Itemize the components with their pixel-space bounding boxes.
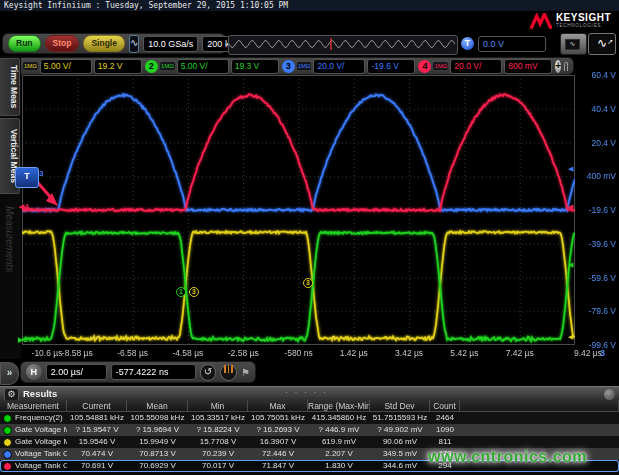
results-panel: ⚙ Results · · · · · MeasurementCurrentMe… bbox=[0, 386, 619, 475]
stop-button[interactable]: Stop bbox=[45, 35, 80, 52]
channel-4-ground-marker[interactable]: ◀4 bbox=[19, 202, 29, 211]
blank-cell bbox=[460, 460, 619, 472]
measurement-value-cell: 811 bbox=[430, 436, 460, 448]
voltage-tick-label: -79.6 V bbox=[578, 306, 616, 316]
trigger-level-readout[interactable]: 0.0 V bbox=[478, 36, 546, 52]
expand-hbar-button[interactable]: » bbox=[0, 362, 19, 385]
preview-waveform bbox=[229, 36, 455, 52]
results-rows: Frequency(2)105.54881 kHz105.55098 kHz10… bbox=[0, 412, 619, 472]
results-row[interactable]: Voltage Tank Cir70.474 V70.8713 V70.239 … bbox=[0, 448, 619, 460]
channel-2-ground-marker[interactable]: ▶2 bbox=[18, 335, 28, 344]
blank-cell bbox=[460, 424, 619, 436]
acquisition-preview-strip[interactable] bbox=[228, 35, 458, 55]
measurement-color-dot bbox=[3, 438, 12, 447]
measurement-value-cell: 72.446 V bbox=[248, 448, 308, 460]
column-header[interactable]: Max bbox=[248, 400, 308, 412]
single-button[interactable]: Single bbox=[83, 35, 125, 52]
measurement-value-cell: 105.75051 kHz bbox=[248, 412, 308, 424]
channel-4-scale[interactable]: 20.0 V/ bbox=[450, 59, 502, 74]
time-tick-label: 7.42 µs bbox=[506, 348, 534, 358]
logo-band: KEYSIGHT TECHNOLOGIES bbox=[0, 12, 619, 31]
voltage-tick-label: -19.6 V bbox=[578, 205, 616, 215]
results-grip-handle[interactable]: · · · · · bbox=[285, 387, 328, 397]
measurement-value-cell: 105.54881 kHz bbox=[67, 412, 127, 424]
channel-1-scale[interactable]: 5.00 V/ bbox=[40, 59, 92, 74]
channel-group: 1 1MΩ 5.00 V/ 19.2 V 2 1MΩ 5.00 V/ 19.3 … bbox=[2, 57, 574, 75]
horizontal-badge[interactable]: H bbox=[26, 364, 42, 380]
measurement-value-cell: 2464 bbox=[430, 412, 460, 424]
tab-time-meas[interactable]: Time Meas bbox=[0, 58, 20, 116]
measurement-value-cell: ? 15.8224 V bbox=[188, 424, 248, 436]
horizontal-control-group: H 2.00 µs/ -577.4222 ns ↺ ⚑ bbox=[20, 361, 256, 383]
results-menu-button[interactable] bbox=[604, 389, 615, 400]
column-header[interactable]: Measurement bbox=[0, 400, 67, 412]
oscilloscope-screen: Keysight Infiniium : Tuesday, September … bbox=[0, 0, 619, 475]
measurement-name-cell: Gate Voltage MC bbox=[0, 436, 67, 448]
column-header[interactable] bbox=[460, 400, 619, 412]
time-tick-label: 3.42 µs bbox=[395, 348, 423, 358]
measurement-value-cell: 105.33517 kHz bbox=[188, 412, 248, 424]
channel-2-scale[interactable]: 5.00 V/ bbox=[177, 59, 229, 74]
measurement-value-cell: 344.6 mV bbox=[370, 460, 430, 472]
waveform-mode-icon[interactable]: ∿ bbox=[129, 35, 139, 53]
timebase-readout[interactable]: 2.00 µs/ bbox=[46, 364, 107, 380]
results-row[interactable]: Voltage Tank Cir70.691 V70.6929 V70.017 … bbox=[0, 460, 619, 472]
flag-icon[interactable]: ⚑ bbox=[241, 367, 250, 378]
results-row[interactable]: Gate Voltage MC15.9546 V15.9949 V15.7708… bbox=[0, 436, 619, 448]
trigger-marker[interactable]: T bbox=[15, 167, 39, 188]
results-title: Results bbox=[23, 388, 57, 399]
mini-screen-icon: ∿ bbox=[565, 39, 580, 50]
measurement-name: Voltage Tank Cir bbox=[15, 460, 67, 472]
channel-bar: 1 1MΩ 5.00 V/ 19.2 V 2 1MΩ 5.00 V/ 19.3 … bbox=[0, 56, 619, 76]
channel-2-impedance: 1MΩ bbox=[160, 62, 175, 70]
run-button[interactable]: Run bbox=[8, 35, 41, 52]
markers-icon[interactable] bbox=[220, 364, 237, 381]
measurement-value-cell: 71.847 V bbox=[248, 460, 308, 472]
autoscale-button[interactable]: ∿↗ bbox=[588, 33, 616, 55]
waveform-display[interactable] bbox=[22, 75, 575, 345]
column-header[interactable]: Count bbox=[430, 400, 460, 412]
window-title-bar: Keysight Infiniium : Tuesday, September … bbox=[0, 0, 619, 12]
measurement-name-cell: Voltage Tank Cir bbox=[0, 460, 67, 472]
channel-4-button[interactable]: 4 bbox=[418, 60, 431, 73]
measurement-value-cell: 479 bbox=[430, 448, 460, 460]
measurement-value-cell: 1090 bbox=[430, 424, 460, 436]
channel-3-button[interactable]: 3 bbox=[282, 60, 295, 73]
column-header[interactable]: Mean bbox=[127, 400, 188, 412]
add-channel-button[interactable]: + bbox=[555, 60, 561, 73]
results-row[interactable]: Frequency(2)105.54881 kHz105.55098 kHz10… bbox=[0, 412, 619, 424]
results-row[interactable]: Gate Voltage MC? 15.9547 V? 15.9694 V? 1… bbox=[0, 424, 619, 436]
time-tick-label: -4.58 µs bbox=[172, 348, 203, 358]
channel-2-offset[interactable]: 19.3 V bbox=[231, 59, 279, 74]
channel-1-cell: 1 1MΩ 5.00 V/ 19.2 V bbox=[8, 59, 142, 74]
time-tick-label: -2.58 µs bbox=[228, 348, 259, 358]
channel-4-offset[interactable]: 800 mV bbox=[504, 59, 552, 74]
horizontal-bar: » H 2.00 µs/ -577.4222 ns ↺ ⚑ bbox=[0, 359, 619, 386]
results-column-headers: MeasurementCurrentMeanMinMaxRange (Max-M… bbox=[0, 400, 619, 412]
channel-3-scale[interactable]: 20.0 V/ bbox=[313, 59, 365, 74]
measurement-name-cell: Frequency(2) bbox=[0, 412, 67, 424]
measurement-color-dot bbox=[3, 414, 12, 423]
column-header[interactable]: Current bbox=[67, 400, 127, 412]
voltage-tick-label: -59.6 V bbox=[578, 273, 616, 283]
column-header[interactable]: Std Dev bbox=[370, 400, 430, 412]
trigger-badge[interactable]: T bbox=[461, 37, 474, 50]
column-header[interactable]: Range (Max-Min) bbox=[308, 400, 370, 412]
column-header[interactable]: Min bbox=[188, 400, 248, 412]
measurement-value-cell: 70.691 V bbox=[67, 460, 127, 472]
measurement-value-cell: 70.474 V bbox=[67, 448, 127, 460]
display-settings-button[interactable]: ∿ bbox=[560, 33, 587, 55]
time-axis-channel-index: 3 bbox=[600, 348, 605, 358]
horizontal-position-readout[interactable]: -577.4222 ns bbox=[111, 364, 196, 380]
probe-icon[interactable] bbox=[564, 62, 568, 71]
measurement-value-cell: ? 16.2693 V bbox=[248, 424, 308, 436]
channel-1-offset[interactable]: 19.2 V bbox=[94, 59, 142, 74]
horizontal-reset-icon[interactable]: ↺ bbox=[200, 364, 217, 381]
left-sidebar: Time Meas Vertical Meas Measurements bbox=[0, 56, 21, 361]
blank-cell bbox=[460, 412, 619, 424]
measurement-value-cell: 70.8713 V bbox=[127, 448, 188, 460]
channel-3-offset[interactable]: -19.6 V bbox=[367, 59, 415, 74]
blank-cell bbox=[460, 448, 619, 460]
measurement-color-dot bbox=[3, 450, 12, 459]
channel-2-button[interactable]: 2 bbox=[145, 60, 158, 73]
